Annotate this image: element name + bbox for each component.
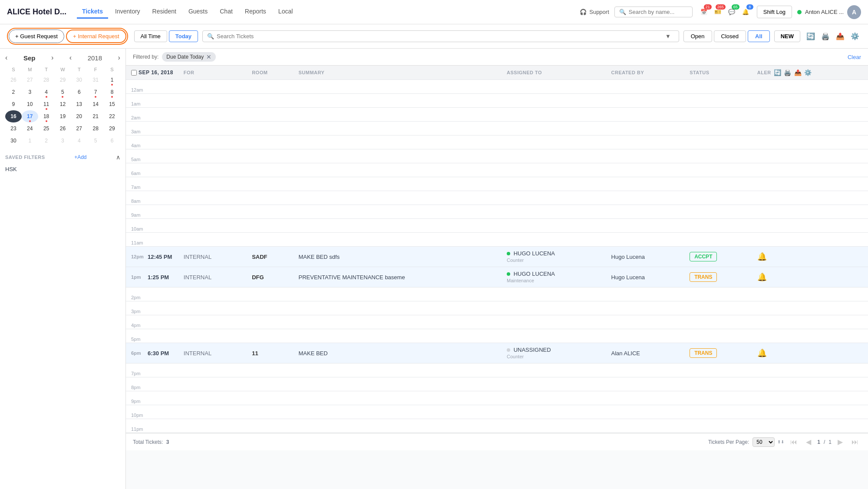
- cal-day[interactable]: 12: [55, 98, 71, 110]
- refresh-icon[interactable]: 🔄: [805, 30, 817, 43]
- first-page-button[interactable]: ⏮: [788, 437, 800, 447]
- cal-day[interactable]: 8: [104, 86, 120, 98]
- saved-filter-item[interactable]: HSK: [5, 164, 120, 174]
- select-all-checkbox[interactable]: [131, 70, 137, 76]
- ticket-notif[interactable]: 🎫265: [712, 6, 724, 18]
- cal-day[interactable]: 3: [55, 135, 71, 147]
- status-badge[interactable]: TRANS: [690, 348, 717, 358]
- last-page-button[interactable]: ⏭: [849, 437, 861, 447]
- cal-day[interactable]: 28: [38, 74, 55, 86]
- user-info[interactable]: Anton ALICE ... A: [797, 5, 861, 19]
- cal-day[interactable]: 22: [104, 110, 120, 122]
- cal-day[interactable]: 2: [5, 86, 22, 98]
- cal-day[interactable]: 13: [71, 98, 87, 110]
- cal-day[interactable]: 3: [22, 86, 38, 98]
- open-status-button[interactable]: Open: [683, 30, 712, 42]
- status-badge[interactable]: TRANS: [690, 272, 717, 282]
- all-status-button[interactable]: All: [748, 30, 770, 42]
- nav-link-guests[interactable]: Guests: [183, 5, 213, 19]
- cal-day[interactable]: 1: [22, 135, 38, 147]
- guest-request-button[interactable]: + Guest Request: [9, 30, 64, 43]
- print-icon[interactable]: 🖨️: [819, 30, 832, 43]
- next-page-button[interactable]: ▶: [835, 437, 845, 447]
- today-button[interactable]: Today: [169, 30, 198, 42]
- cal-day[interactable]: 5: [55, 86, 71, 98]
- all-time-button[interactable]: All Time: [134, 30, 167, 42]
- filter-tag-remove[interactable]: ✕: [206, 53, 211, 60]
- cal-day[interactable]: 9: [5, 98, 22, 110]
- prev-page-button[interactable]: ◀: [803, 437, 814, 447]
- cal-day[interactable]: 21: [87, 110, 104, 122]
- cal-day[interactable]: 26: [5, 74, 22, 86]
- global-search[interactable]: 🔍: [614, 7, 693, 17]
- cal-day[interactable]: 4: [38, 86, 55, 98]
- cal-day[interactable]: 7: [87, 86, 104, 98]
- settings-table-icon[interactable]: ⚙️: [804, 69, 812, 76]
- table-row[interactable]: 6pm 6:30 PM INTERNAL 11 MAKE BED UNASSIG…: [126, 343, 868, 363]
- cal-day[interactable]: 23: [5, 122, 22, 135]
- cal-day[interactable]: 31: [87, 74, 104, 86]
- ticket-bell-icon[interactable]: 🔔: [757, 252, 767, 261]
- cal-day[interactable]: 16: [5, 110, 22, 122]
- per-page-select[interactable]: 50 25 100: [752, 437, 775, 447]
- nav-link-local[interactable]: Local: [273, 5, 298, 19]
- cal-day[interactable]: 19: [55, 110, 71, 122]
- export-icon[interactable]: 📤: [834, 30, 846, 43]
- calendar-notif[interactable]: 📅21: [698, 6, 710, 18]
- cal-prev-month[interactable]: ‹: [5, 54, 7, 62]
- nav-link-chat[interactable]: Chat: [215, 5, 238, 19]
- cal-day[interactable]: 30: [71, 74, 87, 86]
- settings-icon[interactable]: ⚙️: [849, 30, 861, 43]
- cal-day[interactable]: 4: [71, 135, 87, 147]
- cal-day[interactable]: 14: [87, 98, 104, 110]
- collapse-filters-button[interactable]: ∧: [116, 154, 120, 161]
- print-table-icon[interactable]: 🖨️: [784, 69, 792, 76]
- closed-status-button[interactable]: Closed: [714, 30, 746, 42]
- cal-day[interactable]: 15: [104, 98, 120, 110]
- filter-dropdown-arrow[interactable]: ▼: [662, 33, 674, 40]
- table-row[interactable]: 12pm 12:45 PM INTERNAL SADF MAKE BED sdf…: [126, 247, 868, 267]
- clear-filters-button[interactable]: Clear: [848, 54, 861, 60]
- cal-day[interactable]: 27: [71, 122, 87, 135]
- cal-day[interactable]: 5: [87, 135, 104, 147]
- ticket-bell-icon[interactable]: 🔔: [757, 349, 767, 357]
- cal-day[interactable]: 6: [104, 135, 120, 147]
- refresh-table-icon[interactable]: 🔄: [774, 69, 782, 76]
- add-filter-button[interactable]: +Add: [74, 154, 86, 160]
- cal-next-year[interactable]: ›: [118, 54, 120, 62]
- cal-day[interactable]: 20: [71, 110, 87, 122]
- cal-prev-year[interactable]: ‹: [69, 54, 72, 62]
- nav-link-tickets[interactable]: Tickets: [77, 5, 108, 19]
- cal-day[interactable]: 1: [104, 74, 120, 86]
- cal-day[interactable]: 10: [22, 98, 38, 110]
- nav-link-resident[interactable]: Resident: [147, 5, 182, 19]
- search-tickets-field[interactable]: 🔍 ▼: [202, 30, 679, 42]
- cal-day[interactable]: 30: [5, 135, 22, 147]
- table-row[interactable]: 1pm 1:25 PM INTERNAL DFG PREVENTATIVE MA…: [126, 267, 868, 287]
- cal-day[interactable]: 25: [38, 122, 55, 135]
- cal-day[interactable]: 17: [22, 110, 38, 122]
- search-input[interactable]: [629, 9, 688, 15]
- cal-next-month[interactable]: ›: [51, 54, 53, 62]
- cal-day[interactable]: 29: [104, 122, 120, 135]
- nav-link-reports[interactable]: Reports: [240, 5, 271, 19]
- cal-day[interactable]: 29: [55, 74, 71, 86]
- cal-day[interactable]: 27: [22, 74, 38, 86]
- cal-day[interactable]: 11: [38, 98, 55, 110]
- cal-day[interactable]: 28: [87, 122, 104, 135]
- status-badge[interactable]: ACCPT: [690, 252, 717, 261]
- search-tickets-input[interactable]: [217, 33, 659, 40]
- shift-log-button[interactable]: Shift Log: [757, 6, 792, 18]
- internal-request-button[interactable]: + Internal Request: [66, 30, 126, 43]
- ticket-bell-icon[interactable]: 🔔: [757, 273, 767, 281]
- support-button[interactable]: 🎧 Support: [580, 9, 609, 15]
- cal-day[interactable]: 18: [38, 110, 55, 122]
- export-table-icon[interactable]: 📤: [794, 69, 802, 76]
- cal-day[interactable]: 6: [71, 86, 87, 98]
- chat-notif[interactable]: 💬65: [726, 6, 738, 18]
- nav-link-inventory[interactable]: Inventory: [110, 5, 145, 19]
- cal-day[interactable]: 24: [22, 122, 38, 135]
- cal-day[interactable]: 26: [55, 122, 71, 135]
- new-ticket-button[interactable]: NEW: [774, 30, 800, 42]
- bell-notif[interactable]: 🔔8: [739, 6, 752, 18]
